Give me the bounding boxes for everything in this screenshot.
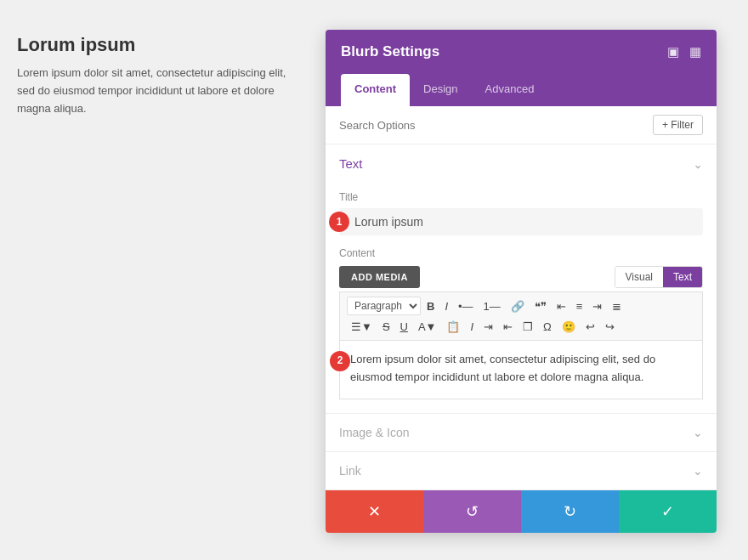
align-center-icon[interactable]: ≡ [572,297,587,315]
outdent-icon[interactable]: ⇤ [499,318,517,336]
link-chevron: ⌄ [693,464,703,478]
image-icon-section: Image & Icon ⌄ [326,414,717,452]
link-icon[interactable]: 🔗 [507,297,529,315]
paragraph-select[interactable]: Paragraph [347,297,421,315]
page-bg-text: Lorem ipsum dolor sit amet, consectetur … [17,65,306,117]
toolbar-row-1: Paragraph B I •— 1— 🔗 ❝❞ ⇤ ≡ ⇥ ≣ [347,297,695,315]
blockquote-icon[interactable]: ❝❞ [530,297,551,315]
visual-text-toggle: Visual Text [615,266,703,288]
underline-icon[interactable]: U [396,318,412,336]
image-icon-section-title: Image & Icon [339,426,410,439]
editor-content[interactable]: 2 Lorem ipsum dolor sit amet, consectetu… [339,340,703,399]
emoji-icon[interactable]: 🙂 [558,318,580,336]
redo-editor-icon[interactable]: ↪ [601,318,619,336]
panel-footer: ✕ ↺ ↻ ✓ [326,490,717,533]
unordered-list-icon[interactable]: •— [454,297,478,315]
undo-button[interactable]: ↺ [423,490,521,533]
columns-icon[interactable]: ▦ [689,44,701,59]
editor-toolbar-top: ADD MEDIA Visual Text [339,266,703,288]
content-label: Content [339,247,703,259]
filter-button[interactable]: + Filter [653,115,703,135]
text-section: Text ⌃ Title 1 Content ADD MEDIA Visual … [326,144,717,414]
fullscreen2-icon[interactable]: ❐ [518,318,537,336]
fullscreen-icon[interactable]: ▣ [667,44,679,59]
align-left-icon[interactable]: ⇤ [552,297,570,315]
text-btn[interactable]: Text [663,267,702,287]
page-background: Lorum ipsum Lorem ipsum dolor sit amet, … [0,0,323,560]
text-section-title: Text [339,156,363,171]
omega-icon[interactable]: Ω [539,318,556,336]
panel-body: Text ⌃ Title 1 Content ADD MEDIA Visual … [326,144,717,490]
text-color-icon[interactable]: A▼ [414,318,441,336]
italic-icon[interactable]: I [440,297,452,315]
bold-icon[interactable]: B [422,297,439,315]
text-section-content: Title 1 Content ADD MEDIA Visual Text [326,191,717,413]
table-icon[interactable]: ☰▼ [347,318,377,336]
editor-text: Lorem ipsum dolor sit amet, consectetur … [350,353,655,383]
page-bg-title: Lorum ipsum [17,34,306,56]
tab-design[interactable]: Design [410,74,471,106]
panel-tabs: Content Design Advanced [326,74,717,106]
search-input[interactable] [339,119,653,132]
image-icon-section-header[interactable]: Image & Icon ⌄ [326,414,717,451]
search-bar: + Filter [326,106,717,144]
strikethrough-icon[interactable]: S [378,318,394,336]
link-section-title: Link [339,464,361,478]
toolbar-row-2: ☰▼ S U A▼ 📋 I ⇥ ⇤ ❐ Ω 🙂 ↩ ↪ [347,318,695,336]
text-section-header[interactable]: Text ⌃ [326,144,717,183]
link-section: Link ⌄ [326,452,717,490]
italic2-icon[interactable]: I [466,318,478,336]
title-input[interactable] [339,208,703,235]
redo-button[interactable]: ↻ [521,490,619,533]
visual-btn[interactable]: Visual [615,267,663,287]
ordered-list-icon[interactable]: 1— [479,297,505,315]
cancel-button[interactable]: ✕ [326,490,423,533]
badge-2: 2 [330,351,350,371]
panel-header: Blurb Settings ▣ ▦ [326,30,717,74]
align-right-icon[interactable]: ⇥ [588,297,606,315]
blurb-settings-panel: Blurb Settings ▣ ▦ Content Design Advanc… [326,30,717,533]
tab-content[interactable]: Content [341,74,410,106]
image-icon-chevron: ⌄ [693,426,703,439]
add-media-button[interactable]: ADD MEDIA [339,266,420,288]
tab-advanced[interactable]: Advanced [472,74,548,106]
title-label: Title [339,191,703,203]
text-section-chevron: ⌃ [693,157,703,171]
panel-title: Blurb Settings [341,43,439,60]
editor-toolbar: Paragraph B I •— 1— 🔗 ❝❞ ⇤ ≡ ⇥ ≣ [339,291,703,340]
link-section-header[interactable]: Link ⌄ [326,452,717,489]
undo-editor-icon[interactable]: ↩ [581,318,599,336]
save-button[interactable]: ✓ [619,490,717,533]
title-input-wrapper: 1 [339,208,703,235]
paste-text-icon[interactable]: 📋 [442,318,464,336]
indent-icon[interactable]: ⇥ [479,318,497,336]
badge-1: 1 [329,212,349,232]
panel-header-icons: ▣ ▦ [667,44,701,59]
justify-icon[interactable]: ≣ [608,297,626,315]
